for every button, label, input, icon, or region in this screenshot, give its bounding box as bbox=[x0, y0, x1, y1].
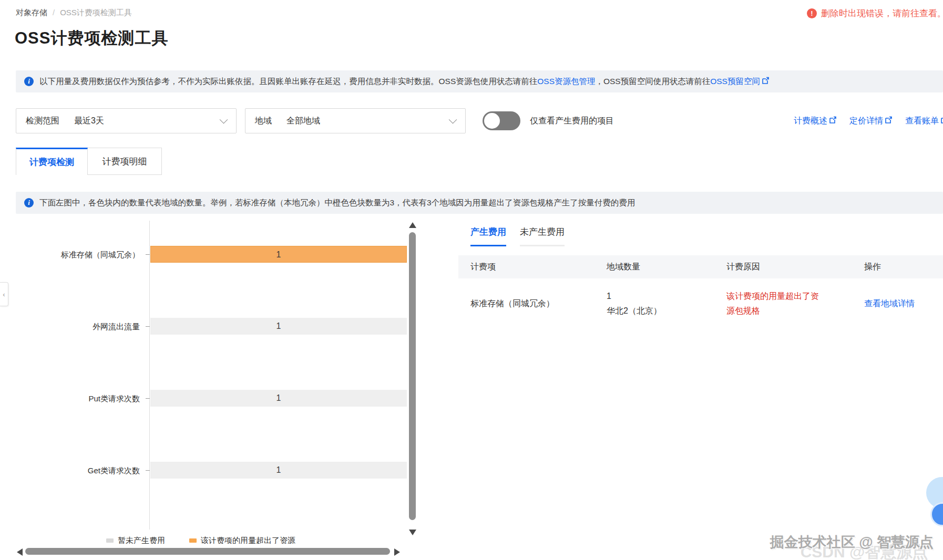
legend-label-no-fee: 暂未产生费用 bbox=[118, 536, 165, 544]
error-text: 删除时出现错误，请前往查看。 bbox=[821, 7, 943, 19]
fee-result-panel: 产生费用 未产生费用 计费项 地域数量 计费原因 操作 标准存储（同城冗余） 1… bbox=[458, 226, 943, 330]
watermark-back-text: CSDN @智慧源点 bbox=[801, 542, 928, 560]
col-action: 操作 bbox=[864, 262, 943, 273]
external-link-icon bbox=[885, 116, 893, 126]
chevron-down-icon bbox=[220, 115, 228, 123]
error-icon: ! bbox=[807, 8, 817, 18]
page-title: OSS计费项检测工具 bbox=[15, 27, 168, 49]
axis-tick bbox=[146, 326, 150, 327]
external-link-icon bbox=[829, 116, 837, 126]
region-name: 华北2（北京） bbox=[607, 304, 726, 318]
breadcrumb-parent[interactable]: 对象存储 bbox=[16, 8, 47, 18]
region-select[interactable]: 地域 全部地域 bbox=[245, 108, 466, 133]
fee-tabs: 产生费用 未产生费用 bbox=[458, 226, 943, 246]
delete-error-alert[interactable]: ! 删除时出现错误，请前往查看。 bbox=[807, 7, 943, 19]
tab-billing-item-detail[interactable]: 计费项明细 bbox=[88, 148, 162, 175]
chart-explain-text: 下面左图中，各色块内的数量代表地域的数量。举例，若标准存储（本地冗余）中橙色色块… bbox=[39, 198, 635, 209]
cell-action: 查看地域详情 bbox=[864, 298, 943, 309]
chart-explain-banner: i 下面左图中，各色块内的数量代表地域的数量。举例，若标准存储（本地冗余）中橙色… bbox=[16, 192, 943, 214]
breadcrumb: 对象存储 / OSS计费项检测工具 bbox=[16, 8, 132, 18]
view-bill-label: 查看账单 bbox=[905, 116, 939, 127]
estimate-notice-banner: i 以下用量及费用数据仅作为预估参考，不作为实际出账依据。且因账单出账存在延迟，… bbox=[16, 70, 943, 92]
region-count: 1 bbox=[607, 289, 726, 304]
bar-put-requests[interactable]: 1 bbox=[150, 390, 407, 407]
chart-horizontal-scrollbar[interactable] bbox=[16, 547, 416, 557]
reason-text: 该计费项的用量超出了资源包规格 bbox=[726, 289, 824, 318]
only-billed-toggle[interactable] bbox=[483, 111, 520, 130]
range-value: 最近3天 bbox=[74, 116, 104, 127]
scroll-down-arrow-icon[interactable] bbox=[409, 530, 416, 535]
legend-swatch-orange bbox=[189, 538, 197, 543]
range-label: 检测范围 bbox=[26, 116, 59, 127]
scroll-right-arrow-icon[interactable] bbox=[394, 548, 400, 556]
pricing-detail-label: 定价详情 bbox=[849, 116, 883, 127]
legend-label-over-quota: 该计费项的用量超出了资源 bbox=[201, 536, 295, 544]
col-billing-item: 计费项 bbox=[458, 262, 607, 273]
sidebar-collapse-handle[interactable]: ‹ bbox=[0, 282, 8, 306]
main-tabs: 计费项检测 计费项明细 bbox=[16, 148, 162, 175]
notice-text-1: 以下用量及费用数据仅作为预估参考，不作为实际出账依据。且因账单出账存在延迟，费用… bbox=[39, 76, 537, 87]
chart-legend: 暂未产生费用 该计费项的用量超出了资源 bbox=[106, 536, 295, 544]
view-region-detail-link[interactable]: 查看地域详情 bbox=[864, 299, 915, 308]
bar-label-put-requests: Put类请求次数 bbox=[16, 394, 140, 404]
axis-tick bbox=[146, 470, 150, 471]
only-billed-toggle-label: 仅查看产生费用的项目 bbox=[530, 116, 614, 127]
cell-reason: 该计费项的用量超出了资源包规格 bbox=[726, 289, 864, 318]
notice-text-2: ，OSS预留空间使用状态请前往 bbox=[595, 76, 710, 87]
table-row: 标准存储（同城冗余） 1 华北2（北京） 该计费项的用量超出了资源包规格 查看地… bbox=[458, 278, 943, 330]
floating-help-button[interactable] bbox=[930, 502, 943, 526]
help-links: 计费概述 定价详情 查看账单 bbox=[794, 116, 943, 127]
fee-table-header: 计费项 地域数量 计费原因 操作 bbox=[458, 255, 943, 278]
bar-label-outbound-traffic: 外网流出流量 bbox=[16, 322, 140, 332]
toggle-knob bbox=[484, 113, 500, 129]
watermark: CSDN @智慧源点 掘金技术社区 @ 智慧源点 bbox=[770, 533, 934, 552]
external-link-icon bbox=[762, 77, 770, 87]
cell-billing-item: 标准存储（同城冗余） bbox=[458, 298, 607, 309]
axis-tick bbox=[146, 254, 150, 255]
chevron-down-icon bbox=[449, 115, 457, 123]
vertical-scroll-thumb[interactable] bbox=[409, 232, 416, 520]
scroll-up-arrow-icon[interactable] bbox=[409, 222, 416, 228]
billing-overview-link[interactable]: 计费概述 bbox=[794, 116, 837, 127]
oss-billing-detect-page: 对象存储 / OSS计费项检测工具 ! 删除时出现错误，请前往查看。 OSS计费… bbox=[0, 0, 943, 560]
cell-region: 1 华北2（北京） bbox=[607, 289, 726, 318]
billing-overview-label: 计费概述 bbox=[794, 116, 827, 127]
external-link-icon bbox=[940, 116, 943, 126]
bar-get-requests[interactable]: 1 bbox=[150, 462, 407, 479]
billing-item-bar-chart: 标准存储（同城冗余） 1 外网流出流量 1 Put类请求次数 1 Get类请求次… bbox=[16, 221, 416, 560]
pricing-detail-link[interactable]: 定价详情 bbox=[849, 116, 893, 127]
tab-fee-incurred[interactable]: 产生费用 bbox=[470, 226, 506, 246]
legend-item-no-fee: 暂未产生费用 bbox=[106, 536, 165, 544]
watermark-front-text: 掘金技术社区 @ 智慧源点 bbox=[770, 533, 934, 552]
bar-label-get-requests: Get类请求次数 bbox=[16, 466, 140, 476]
region-value: 全部地域 bbox=[286, 116, 320, 127]
breadcrumb-separator: / bbox=[53, 8, 55, 18]
resource-pack-link[interactable]: OSS资源包管理 bbox=[537, 76, 595, 87]
chart-y-axis bbox=[149, 221, 150, 530]
scroll-left-arrow-icon[interactable] bbox=[17, 548, 23, 556]
col-billing-reason: 计费原因 bbox=[726, 262, 864, 273]
tab-fee-not-incurred[interactable]: 未产生费用 bbox=[520, 226, 565, 246]
bar-standard-storage[interactable]: 1 bbox=[150, 246, 407, 263]
reserved-capacity-link[interactable]: OSS预留空间 bbox=[710, 76, 760, 87]
info-icon: i bbox=[24, 198, 34, 208]
bar-outbound-traffic[interactable]: 1 bbox=[150, 318, 407, 335]
breadcrumb-current: OSS计费项检测工具 bbox=[60, 8, 132, 18]
legend-swatch-gray bbox=[106, 538, 114, 543]
col-region-count: 地域数量 bbox=[607, 262, 726, 273]
legend-item-over-quota: 该计费项的用量超出了资源 bbox=[189, 536, 295, 544]
axis-tick bbox=[146, 398, 150, 399]
info-icon: i bbox=[24, 77, 34, 86]
detect-range-select[interactable]: 检测范围 最近3天 bbox=[16, 108, 237, 133]
region-label: 地域 bbox=[255, 116, 272, 127]
chart-vertical-scrollbar[interactable] bbox=[408, 221, 417, 560]
view-bill-link[interactable]: 查看账单 bbox=[905, 116, 943, 127]
chevron-left-icon: ‹ bbox=[3, 291, 5, 298]
bar-label-standard-storage: 标准存储（同城冗余） bbox=[16, 250, 140, 260]
horizontal-scroll-thumb[interactable] bbox=[25, 548, 390, 555]
tab-billing-item-detect[interactable]: 计费项检测 bbox=[16, 148, 88, 175]
